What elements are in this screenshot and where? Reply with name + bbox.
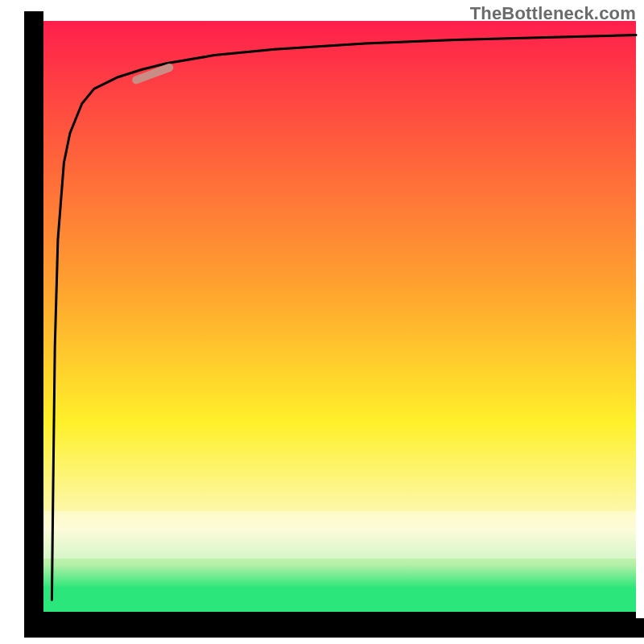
watermark-text: TheBottleneck.com (470, 3, 636, 24)
plot-pale-band (34, 511, 636, 559)
bottleneck-chart (0, 0, 644, 644)
chart-stage: TheBottleneck.com (0, 0, 644, 644)
